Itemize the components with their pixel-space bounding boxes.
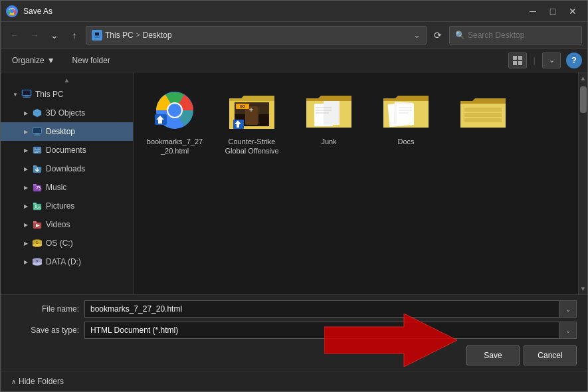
expand-downloads[interactable]: ▶: [22, 165, 30, 173]
chrome-html-icon-area: [151, 86, 199, 134]
vertical-scrollbar[interactable]: ▲ ▼: [578, 72, 587, 294]
videos-label: Videos: [46, 220, 70, 229]
expand-documents[interactable]: ▶: [22, 146, 30, 154]
title-bar: Save As ─ □ ✕: [1, 1, 587, 22]
data-d-label: DATA (D:): [46, 257, 81, 266]
minimize-button[interactable]: ─: [524, 4, 542, 19]
recent-button[interactable]: ⌄: [46, 27, 63, 44]
expand-this-pc[interactable]: ▼: [11, 90, 19, 98]
junk-icon-area: [305, 86, 353, 134]
path-this-pc: This PC: [105, 31, 134, 40]
expand-videos[interactable]: ▶: [22, 221, 30, 229]
savetype-dropdown-arrow[interactable]: ⌄: [559, 322, 577, 339]
svg-rect-24: [33, 165, 37, 167]
forward-button[interactable]: →: [26, 27, 43, 44]
filename-row: File name: ⌄: [11, 300, 577, 318]
os-c-label: OS (C:): [46, 239, 73, 248]
main-area: ▲ ▼ This PC ▶: [1, 72, 587, 294]
filename-dropdown-arrow[interactable]: ⌄: [559, 300, 577, 318]
sidebar-item-desktop[interactable]: ▶ Desktop: [1, 122, 133, 141]
docs-icon-area: [382, 86, 430, 134]
scroll-thumb[interactable]: [580, 86, 587, 113]
up-button[interactable]: ↑: [66, 27, 83, 44]
expand-os-c[interactable]: ▶: [22, 239, 30, 247]
file-item-docs[interactable]: Docs: [373, 80, 439, 162]
hide-folders-btn[interactable]: ∧ Hide Folders: [6, 374, 69, 389]
expand-data-d[interactable]: ▶: [22, 258, 30, 266]
this-pc-label: This PC: [35, 90, 64, 99]
junk-label: Junk: [321, 137, 336, 146]
sidebar-item-data-d[interactable]: ▶ D: DATA (D:): [1, 252, 133, 271]
new-folder-button[interactable]: New folder: [66, 52, 116, 68]
file-grid: bookmarks_7_27_20.html: [134, 72, 578, 294]
file-item-chrome-html[interactable]: bookmarks_7_27_20.html: [142, 80, 208, 162]
os-c-icon: C:: [31, 238, 43, 248]
footer: ∧ Hide Folders: [1, 371, 587, 391]
view-button[interactable]: [508, 52, 527, 68]
path-desktop: Desktop: [143, 31, 172, 40]
sidebar-item-os-c[interactable]: ▶ C: OS (C:): [1, 234, 133, 252]
this-pc-icon: [21, 89, 33, 100]
svg-rect-69: [464, 113, 502, 117]
path-dropdown-arrow[interactable]: ⌄: [413, 30, 421, 40]
save-as-dialog: Save As ─ □ ✕ ← → ⌄ ↑ This PC > Desktop: [0, 0, 588, 392]
svg-rect-9: [513, 61, 517, 65]
scroll-down-arrow[interactable]: ▼: [580, 283, 587, 294]
filename-input[interactable]: [84, 300, 559, 318]
expand-desktop[interactable]: ▶: [22, 128, 30, 136]
sidebar-item-pictures[interactable]: ▶ Pictures: [1, 197, 133, 215]
svg-text:GO: GO: [240, 104, 245, 108]
pictures-label: Pictures: [46, 201, 74, 211]
search-box[interactable]: 🔍: [449, 26, 582, 45]
toolbar-separator: |: [534, 55, 536, 65]
sidebar-item-videos[interactable]: ▶ Videos: [1, 215, 133, 234]
organize-button[interactable]: Organize ▼: [6, 52, 61, 68]
save-button[interactable]: Save: [466, 345, 520, 365]
svg-rect-21: [35, 151, 40, 151]
bottom-buttons: Save Cancel: [11, 345, 577, 365]
svg-rect-5: [96, 37, 98, 37]
sidebar-item-downloads[interactable]: ▶ Downloads: [1, 159, 133, 178]
sidebar-scroll-up[interactable]: ▲: [1, 75, 133, 85]
filename-label: File name:: [11, 304, 84, 314]
sidebar: ▲ ▼ This PC ▶: [1, 72, 134, 294]
path-pc-icon: [92, 30, 102, 41]
desktop-label: Desktop: [46, 127, 75, 136]
expand-3d-objects[interactable]: ▶: [22, 109, 30, 117]
pictures-icon: [31, 201, 43, 211]
svg-rect-68: [464, 108, 502, 112]
address-path[interactable]: This PC > Desktop ⌄: [86, 26, 427, 45]
file-item-csgo[interactable]: GO Counter-Strike Global Offensive: [219, 80, 285, 162]
file-item-junk[interactable]: Junk: [296, 80, 362, 162]
svg-rect-31: [33, 221, 37, 223]
sidebar-item-documents[interactable]: ▶ Documents: [1, 141, 133, 159]
documents-icon: [31, 145, 43, 155]
maximize-button[interactable]: □: [543, 4, 562, 19]
close-button[interactable]: ✕: [563, 4, 582, 19]
scroll-up-arrow[interactable]: ▲: [580, 72, 587, 84]
svg-rect-14: [23, 97, 31, 98]
desktop-icon: [31, 126, 43, 137]
3d-objects-icon: [31, 108, 43, 118]
bottom-form-area: File name: ⌄ Save as type: HTML Document…: [1, 294, 587, 371]
savetype-label: Save as type:: [11, 326, 84, 335]
unnamed-icon-area: [459, 86, 507, 134]
cancel-button[interactable]: Cancel: [524, 345, 577, 365]
sidebar-item-this-pc[interactable]: ▼ This PC: [1, 85, 133, 104]
expand-music[interactable]: ▶: [22, 183, 30, 191]
refresh-button[interactable]: ⟳: [429, 27, 446, 44]
file-item-unnamed[interactable]: [450, 80, 516, 162]
help-button[interactable]: ?: [566, 52, 582, 68]
savetype-display[interactable]: HTML Document (*.html): [84, 322, 559, 339]
chrome-html-label: bookmarks_7_27_20.html: [145, 137, 205, 156]
sidebar-item-music[interactable]: ▶ Music: [1, 178, 133, 197]
back-button[interactable]: ←: [6, 27, 23, 44]
expand-pictures[interactable]: ▶: [22, 202, 30, 210]
sidebar-item-3d-objects[interactable]: ▶ 3D Objects: [1, 104, 133, 122]
search-icon: 🔍: [455, 31, 465, 40]
chrome-title-icon: [6, 5, 18, 17]
downloads-icon: [31, 163, 43, 174]
search-input[interactable]: [468, 31, 576, 40]
svg-rect-18: [34, 135, 41, 136]
view-dropdown-button[interactable]: ⌄: [542, 52, 561, 68]
